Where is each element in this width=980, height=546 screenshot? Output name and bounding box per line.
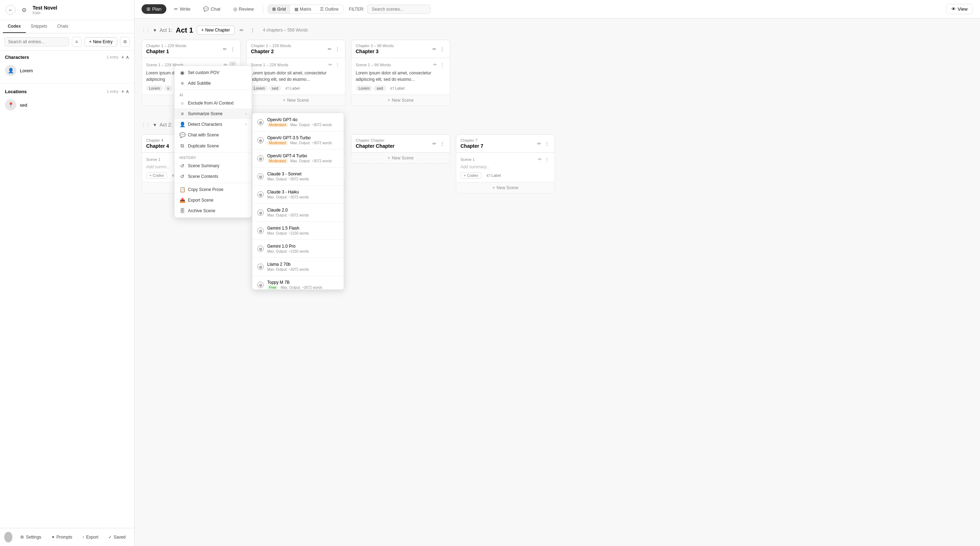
back-button[interactable]: ← bbox=[6, 5, 16, 15]
menu-archive-scene[interactable]: 🗄 Archive Scene bbox=[175, 206, 251, 216]
menu-summarize-scene[interactable]: ≡ Summarize Scene › bbox=[175, 109, 251, 119]
chapter-chapter-new-scene-button[interactable]: + New Scene bbox=[351, 153, 450, 164]
gpt4o-meta: Moderated Max. Output: ~3072 words bbox=[267, 122, 339, 127]
matrix-view-button[interactable]: ▦ Matrix bbox=[290, 5, 316, 13]
menu-set-pov[interactable]: ◉ Set custom POV bbox=[175, 67, 251, 78]
chapter-chapter-meta: Chapter Chapter bbox=[356, 138, 395, 142]
model-claude20[interactable]: ◎ Claude 2.0 Max. Output: ~3072 words bbox=[252, 205, 344, 220]
tab-chats[interactable]: Chats bbox=[52, 20, 73, 33]
toppym7b-icon: ◎ bbox=[257, 282, 264, 288]
filter-label: FILTER: bbox=[349, 7, 364, 12]
add-character-button[interactable]: + bbox=[121, 54, 124, 60]
menu-scene-summary[interactable]: ↺ Scene Summary bbox=[175, 161, 251, 171]
collapse-locations-button[interactable]: ∧ bbox=[126, 89, 129, 94]
ch7-scene1-more[interactable]: ⋮ bbox=[544, 156, 550, 162]
model-gemini15flash[interactable]: ◎ Gemini 1.5 Flash Max. Output: ~2150 wo… bbox=[252, 223, 344, 238]
chapter3-new-scene-button[interactable]: + New Scene bbox=[351, 95, 450, 106]
chapter7-more-button[interactable]: ⋮ bbox=[544, 140, 550, 147]
chapter2-new-scene-button[interactable]: + New Scene bbox=[246, 95, 345, 106]
act1-edit-button[interactable]: ✏ bbox=[238, 27, 245, 34]
menu-exclude-ai[interactable]: ○ Exclude from AI Context bbox=[175, 98, 251, 109]
llama270b-name: Llama 2 70b bbox=[267, 262, 339, 267]
chapter3-meta: Chapter 3 – 98 Words bbox=[356, 43, 393, 48]
chapter3-edit-button[interactable]: ✏ bbox=[431, 46, 438, 53]
add-subtitle-label: Add Subtitle bbox=[188, 81, 211, 86]
pov-icon: ◉ bbox=[180, 70, 185, 75]
menu-scene-contents[interactable]: ↺ Scene Contents bbox=[175, 171, 251, 182]
ch3-scene1-edit[interactable]: ✏ bbox=[432, 62, 438, 68]
ch3-scene1-more[interactable]: ⋮ bbox=[439, 62, 445, 68]
chapter2-more-button[interactable]: ⋮ bbox=[334, 46, 341, 53]
settings-nav-button[interactable]: ⚙ Settings bbox=[16, 533, 45, 542]
settings-icon[interactable]: ⚙ bbox=[19, 5, 29, 15]
characters-section: Characters 1 entry + ∧ 👤 Lorem bbox=[0, 51, 134, 82]
menu-detect-chars[interactable]: 👤 Detect Characters › bbox=[175, 119, 251, 130]
settings-button-2[interactable]: ⚙ bbox=[120, 37, 130, 47]
chapter-chapter-more-button[interactable]: ⋮ bbox=[439, 140, 445, 147]
model-claude3haiku[interactable]: ◎ Claude 3 - Haiku Max. Output: ~3072 wo… bbox=[252, 187, 344, 202]
collapse-characters-button[interactable]: ∧ bbox=[126, 54, 129, 60]
act1-drag-handle[interactable]: ⋮⋮ bbox=[142, 28, 150, 33]
chapter-chapter-title: Chapter Chapter bbox=[356, 143, 395, 149]
model-toppym7b[interactable]: ◎ Toppy M 7B Free Max. Output: ~3072 wor… bbox=[252, 277, 344, 290]
add-location-button[interactable]: + bbox=[121, 89, 124, 94]
saved-nav-button[interactable]: ✓ Saved bbox=[104, 533, 130, 542]
character-entry-lorem[interactable]: 👤 Lorem bbox=[5, 63, 129, 78]
outline-view-button[interactable]: ☰ Outline bbox=[316, 5, 343, 13]
menu-chat-scene[interactable]: 💬 Chat with Scene bbox=[175, 130, 251, 140]
grid-view-button[interactable]: ⊞ Grid bbox=[268, 5, 290, 13]
review-label: Review bbox=[239, 6, 254, 12]
write-mode-button[interactable]: ✏ Write bbox=[169, 4, 196, 14]
review-mode-button[interactable]: ◎ Review bbox=[228, 4, 259, 14]
summarize-arrow: › bbox=[245, 111, 247, 116]
sidebar-bottom-nav: ⚙ Settings ✦ Prompts ↑ Export ✓ Saved bbox=[0, 528, 134, 546]
plan-mode-button[interactable]: ⊞ Plan bbox=[142, 4, 166, 14]
tab-snippets[interactable]: Snippets bbox=[26, 20, 52, 33]
menu-duplicate[interactable]: ⧉ Duplicate Scene bbox=[175, 140, 251, 151]
model-gemini10pro[interactable]: ◎ Gemini 1.0 Pro Max. Output: ~2150 word… bbox=[252, 241, 344, 257]
set-pov-label: Set custom POV bbox=[188, 70, 220, 75]
act1-collapse-button[interactable]: ▾ bbox=[154, 27, 156, 33]
chapter2-edit-button[interactable]: ✏ bbox=[327, 46, 332, 53]
export-nav-button[interactable]: ↑ Export bbox=[78, 533, 103, 542]
model-gpt35turbo[interactable]: ◎ OpenAI GPT-3.5 Turbo Moderated Max. Ou… bbox=[252, 133, 344, 148]
chapter3-more-button[interactable]: ⋮ bbox=[439, 46, 445, 53]
ch7-codex-tag[interactable]: + Codex bbox=[460, 172, 481, 179]
view-button[interactable]: 👁 View bbox=[946, 4, 973, 14]
act2-drag-handle[interactable]: ⋮⋮ bbox=[142, 122, 150, 127]
gpt4o-max: Max. Output: ~3072 words bbox=[290, 123, 332, 127]
menu-export-scene[interactable]: 📤 Export Scene bbox=[175, 195, 251, 206]
act1-more-button[interactable]: ⋮ bbox=[249, 27, 256, 34]
chapter1-edit-button[interactable]: ✏ bbox=[222, 46, 228, 53]
ch7-scene1-edit[interactable]: ✏ bbox=[537, 156, 543, 162]
model-llama270b[interactable]: ◎ Llama 2 70b Max. Output: ~3072 words bbox=[252, 259, 344, 275]
ch2-new-scene-label: New Scene bbox=[287, 98, 309, 103]
model-gpt4o[interactable]: ◎ OpenAI GPT-4o Moderated Max. Output: ~… bbox=[252, 115, 344, 130]
model-gpt4turbo[interactable]: ◎ OpenAI GPT-4 Turbo Moderated Max. Outp… bbox=[252, 150, 344, 166]
export-scene-label: Export Scene bbox=[188, 198, 213, 203]
prompts-nav-button[interactable]: ✦ Prompts bbox=[47, 533, 77, 542]
ch2-scene1-more[interactable]: ⋮ bbox=[334, 62, 341, 68]
chapter7-new-scene-button[interactable]: + New Scene bbox=[456, 182, 555, 193]
model-claude3sonnet[interactable]: ◎ Claude 3 - Sonnet Max. Output: ~3072 w… bbox=[252, 169, 344, 184]
chapter7-edit-button[interactable]: ✏ bbox=[536, 140, 542, 147]
chat-mode-button[interactable]: 💬 Chat bbox=[198, 4, 225, 14]
gemini15flash-name: Gemini 1.5 Flash bbox=[267, 226, 339, 231]
tab-codex[interactable]: Codex bbox=[3, 20, 26, 33]
scene-summary-icon: ↺ bbox=[180, 163, 185, 169]
plan-label: Plan bbox=[152, 6, 161, 12]
chapter-chapter-edit-button[interactable]: ✏ bbox=[431, 140, 438, 147]
chapter1-more-button[interactable]: ⋮ bbox=[229, 46, 236, 53]
ch4-codex-tag[interactable]: + Codex bbox=[146, 172, 167, 179]
search-input[interactable] bbox=[4, 37, 69, 46]
filter-button[interactable]: ≡ bbox=[72, 37, 82, 47]
search-scenes-input[interactable] bbox=[367, 5, 431, 14]
menu-copy-prose[interactable]: 📋 Copy Scene Prose bbox=[175, 184, 251, 195]
new-entry-label: New Entry bbox=[93, 39, 113, 44]
menu-add-subtitle[interactable]: ≡ Add Subtitle bbox=[175, 78, 251, 89]
ch2-scene1-edit[interactable]: ✏ bbox=[328, 62, 333, 68]
act1-new-chapter-button[interactable]: + New Chapter bbox=[197, 26, 235, 35]
new-entry-button[interactable]: + New Entry bbox=[84, 37, 117, 46]
act2-collapse-button[interactable]: ▾ bbox=[154, 122, 156, 128]
location-entry-sed[interactable]: 📍 sed bbox=[5, 97, 129, 113]
